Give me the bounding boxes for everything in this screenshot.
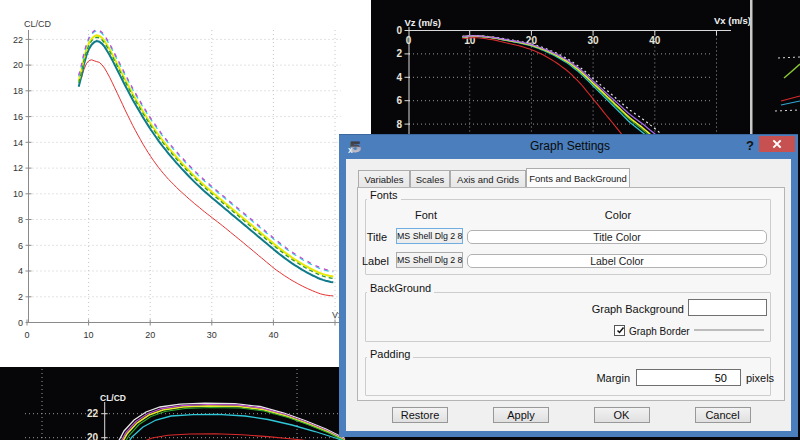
svg-text:CL/CD: CL/CD xyxy=(24,19,52,29)
svg-text:6: 6 xyxy=(18,241,23,251)
svg-text:22: 22 xyxy=(13,35,23,45)
svg-text:4: 4 xyxy=(18,266,23,276)
svg-text:30: 30 xyxy=(588,35,600,46)
svg-text:22: 22 xyxy=(87,408,99,419)
svg-text:10: 10 xyxy=(84,330,94,340)
svg-text:12: 12 xyxy=(13,163,23,173)
svg-text:40: 40 xyxy=(649,35,661,46)
svg-text:8: 8 xyxy=(396,119,402,130)
svg-text:20: 20 xyxy=(13,60,23,70)
svg-text:2: 2 xyxy=(18,292,23,302)
svg-text:0: 0 xyxy=(396,25,402,36)
svg-text:0: 0 xyxy=(24,330,29,340)
svg-text:20: 20 xyxy=(145,330,155,340)
svg-text:8: 8 xyxy=(18,215,23,225)
svg-text:0: 0 xyxy=(18,318,23,328)
svg-text:20: 20 xyxy=(87,432,99,440)
svg-text:0: 0 xyxy=(406,35,412,46)
svg-text:10: 10 xyxy=(13,189,23,199)
svg-text:Vz (m/s): Vz (m/s) xyxy=(405,17,441,28)
svg-text:Vx (m/s): Vx (m/s) xyxy=(714,15,751,26)
svg-text:16: 16 xyxy=(13,112,23,122)
svg-text:14: 14 xyxy=(13,138,23,148)
svg-text:6: 6 xyxy=(396,95,402,106)
svg-text:40: 40 xyxy=(268,330,278,340)
svg-text:30: 30 xyxy=(207,330,217,340)
svg-text:18: 18 xyxy=(13,86,23,96)
svg-text:4: 4 xyxy=(396,72,402,83)
svg-text:CL/CD: CL/CD xyxy=(100,393,126,403)
svg-text:2: 2 xyxy=(396,48,402,59)
